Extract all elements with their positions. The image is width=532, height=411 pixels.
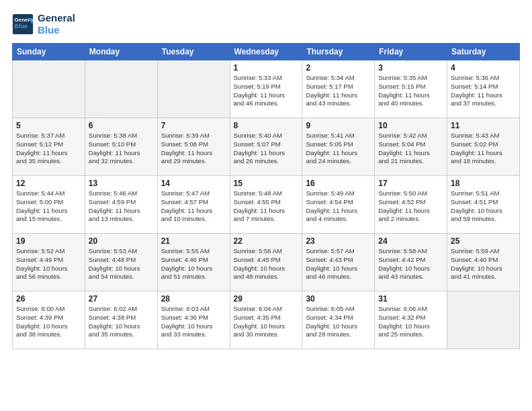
weekday-header-saturday: Saturday: [447, 44, 520, 60]
day-info: Sunrise: 5:42 AM Sunset: 5:04 PM Dayligh…: [378, 132, 443, 166]
page-header: General Blue General Blue: [12, 12, 520, 36]
calendar-day-15: 15Sunrise: 5:48 AM Sunset: 4:55 PM Dayli…: [230, 176, 302, 234]
calendar-day-30: 30Sunrise: 6:05 AM Sunset: 4:34 PM Dayli…: [302, 291, 375, 349]
day-number: 15: [234, 179, 299, 188]
calendar-week-row: 26Sunrise: 6:00 AM Sunset: 4:39 PM Dayli…: [13, 291, 520, 349]
day-number: 18: [451, 179, 516, 188]
day-number: 3: [378, 63, 443, 73]
logo-text: General Blue: [38, 12, 75, 36]
day-number: 8: [234, 121, 299, 130]
calendar-day-1: 1Sunrise: 5:33 AM Sunset: 5:19 PM Daylig…: [230, 60, 302, 118]
calendar-day-22: 22Sunrise: 5:56 AM Sunset: 4:45 PM Dayli…: [230, 234, 302, 291]
day-info: Sunrise: 5:33 AM Sunset: 5:19 PM Dayligh…: [234, 74, 299, 108]
calendar-day-17: 17Sunrise: 5:50 AM Sunset: 4:52 PM Dayli…: [375, 176, 447, 234]
calendar-day-3: 3Sunrise: 5:35 AM Sunset: 5:15 PM Daylig…: [375, 60, 447, 118]
weekday-header-tuesday: Tuesday: [157, 44, 230, 60]
day-info: Sunrise: 5:37 AM Sunset: 5:12 PM Dayligh…: [16, 132, 81, 166]
day-info: Sunrise: 5:38 AM Sunset: 5:10 PM Dayligh…: [89, 132, 154, 166]
day-info: Sunrise: 5:55 AM Sunset: 4:46 PM Dayligh…: [161, 247, 226, 281]
calendar-day-5: 5Sunrise: 5:37 AM Sunset: 5:12 PM Daylig…: [13, 118, 85, 176]
day-info: Sunrise: 6:05 AM Sunset: 4:34 PM Dayligh…: [306, 305, 371, 339]
calendar-day-31: 31Sunrise: 6:06 AM Sunset: 4:32 PM Dayli…: [375, 291, 447, 349]
calendar-day-16: 16Sunrise: 5:49 AM Sunset: 4:54 PM Dayli…: [302, 176, 375, 234]
calendar-day-26: 26Sunrise: 6:00 AM Sunset: 4:39 PM Dayli…: [13, 291, 85, 349]
calendar-day-25: 25Sunrise: 5:59 AM Sunset: 4:40 PM Dayli…: [447, 234, 520, 291]
day-number: 2: [306, 63, 371, 73]
day-number: 11: [451, 121, 516, 130]
day-number: 31: [378, 294, 443, 304]
day-number: 22: [234, 236, 299, 246]
calendar-week-row: 12Sunrise: 5:44 AM Sunset: 5:00 PM Dayli…: [13, 176, 520, 234]
day-info: Sunrise: 5:40 AM Sunset: 5:07 PM Dayligh…: [234, 132, 299, 166]
logo: General Blue General Blue: [12, 12, 75, 36]
logo-icon: General Blue: [12, 13, 34, 35]
calendar-week-row: 1Sunrise: 5:33 AM Sunset: 5:19 PM Daylig…: [13, 60, 520, 118]
day-info: Sunrise: 6:06 AM Sunset: 4:32 PM Dayligh…: [378, 305, 443, 339]
calendar-day-7: 7Sunrise: 5:39 AM Sunset: 5:08 PM Daylig…: [157, 118, 230, 176]
calendar-day-2: 2Sunrise: 5:34 AM Sunset: 5:17 PM Daylig…: [302, 60, 375, 118]
calendar-day-18: 18Sunrise: 5:51 AM Sunset: 4:51 PM Dayli…: [447, 176, 520, 234]
calendar-day-10: 10Sunrise: 5:42 AM Sunset: 5:04 PM Dayli…: [375, 118, 447, 176]
day-number: 27: [89, 294, 154, 304]
day-info: Sunrise: 6:02 AM Sunset: 4:38 PM Dayligh…: [89, 305, 154, 339]
day-info: Sunrise: 5:57 AM Sunset: 4:43 PM Dayligh…: [306, 247, 371, 281]
day-number: 25: [451, 236, 516, 246]
day-number: 4: [451, 63, 516, 73]
calendar-day-29: 29Sunrise: 6:04 AM Sunset: 4:35 PM Dayli…: [230, 291, 302, 349]
day-number: 14: [161, 179, 226, 188]
day-info: Sunrise: 5:49 AM Sunset: 4:54 PM Dayligh…: [306, 189, 371, 224]
calendar-day-14: 14Sunrise: 5:47 AM Sunset: 4:57 PM Dayli…: [157, 176, 230, 234]
calendar-empty-cell: [13, 60, 85, 118]
day-info: Sunrise: 5:47 AM Sunset: 4:57 PM Dayligh…: [161, 189, 226, 224]
day-info: Sunrise: 6:03 AM Sunset: 4:36 PM Dayligh…: [161, 305, 226, 339]
day-info: Sunrise: 5:35 AM Sunset: 5:15 PM Dayligh…: [378, 74, 443, 108]
day-number: 20: [89, 236, 154, 246]
day-number: 30: [306, 294, 371, 304]
calendar-day-12: 12Sunrise: 5:44 AM Sunset: 5:00 PM Dayli…: [13, 176, 85, 234]
calendar-day-20: 20Sunrise: 5:53 AM Sunset: 4:48 PM Dayli…: [85, 234, 157, 291]
calendar-day-8: 8Sunrise: 5:40 AM Sunset: 5:07 PM Daylig…: [230, 118, 302, 176]
day-number: 10: [378, 121, 443, 130]
weekday-header-friday: Friday: [375, 44, 447, 60]
calendar-day-28: 28Sunrise: 6:03 AM Sunset: 4:36 PM Dayli…: [157, 291, 230, 349]
day-number: 6: [89, 121, 154, 130]
calendar-day-27: 27Sunrise: 6:02 AM Sunset: 4:38 PM Dayli…: [85, 291, 157, 349]
day-number: 28: [161, 294, 226, 304]
calendar-day-4: 4Sunrise: 5:36 AM Sunset: 5:14 PM Daylig…: [447, 60, 520, 118]
day-number: 29: [234, 294, 299, 304]
weekday-header-row: SundayMondayTuesdayWednesdayThursdayFrid…: [13, 44, 520, 60]
day-info: Sunrise: 5:48 AM Sunset: 4:55 PM Dayligh…: [234, 189, 299, 224]
day-number: 1: [234, 63, 299, 73]
calendar-day-9: 9Sunrise: 5:41 AM Sunset: 5:05 PM Daylig…: [302, 118, 375, 176]
calendar-empty-cell: [157, 60, 230, 118]
day-info: Sunrise: 5:56 AM Sunset: 4:45 PM Dayligh…: [234, 247, 299, 281]
day-info: Sunrise: 6:00 AM Sunset: 4:39 PM Dayligh…: [16, 305, 81, 339]
calendar-week-row: 5Sunrise: 5:37 AM Sunset: 5:12 PM Daylig…: [13, 118, 520, 176]
day-info: Sunrise: 5:39 AM Sunset: 5:08 PM Dayligh…: [161, 132, 226, 166]
calendar-day-6: 6Sunrise: 5:38 AM Sunset: 5:10 PM Daylig…: [85, 118, 157, 176]
calendar-day-11: 11Sunrise: 5:43 AM Sunset: 5:02 PM Dayli…: [447, 118, 520, 176]
day-info: Sunrise: 5:52 AM Sunset: 4:49 PM Dayligh…: [16, 247, 81, 281]
day-number: 26: [16, 294, 81, 304]
weekday-header-sunday: Sunday: [13, 44, 85, 60]
day-number: 19: [16, 236, 81, 246]
day-info: Sunrise: 5:41 AM Sunset: 5:05 PM Dayligh…: [306, 132, 371, 166]
calendar-day-23: 23Sunrise: 5:57 AM Sunset: 4:43 PM Dayli…: [302, 234, 375, 291]
day-info: Sunrise: 5:59 AM Sunset: 4:40 PM Dayligh…: [451, 247, 516, 281]
day-info: Sunrise: 5:36 AM Sunset: 5:14 PM Dayligh…: [451, 74, 516, 108]
day-number: 24: [378, 236, 443, 246]
day-info: Sunrise: 5:53 AM Sunset: 4:48 PM Dayligh…: [89, 247, 154, 281]
day-number: 16: [306, 179, 371, 188]
day-number: 21: [161, 236, 226, 246]
weekday-header-wednesday: Wednesday: [230, 44, 302, 60]
day-info: Sunrise: 5:58 AM Sunset: 4:42 PM Dayligh…: [378, 247, 443, 281]
weekday-header-monday: Monday: [85, 44, 157, 60]
calendar-day-21: 21Sunrise: 5:55 AM Sunset: 4:46 PM Dayli…: [157, 234, 230, 291]
day-number: 23: [306, 236, 371, 246]
day-number: 7: [161, 121, 226, 130]
day-info: Sunrise: 5:43 AM Sunset: 5:02 PM Dayligh…: [451, 132, 516, 166]
calendar-day-19: 19Sunrise: 5:52 AM Sunset: 4:49 PM Dayli…: [13, 234, 85, 291]
day-info: Sunrise: 5:50 AM Sunset: 4:52 PM Dayligh…: [378, 189, 443, 224]
day-info: Sunrise: 5:44 AM Sunset: 5:00 PM Dayligh…: [16, 189, 81, 224]
day-number: 5: [16, 121, 81, 130]
